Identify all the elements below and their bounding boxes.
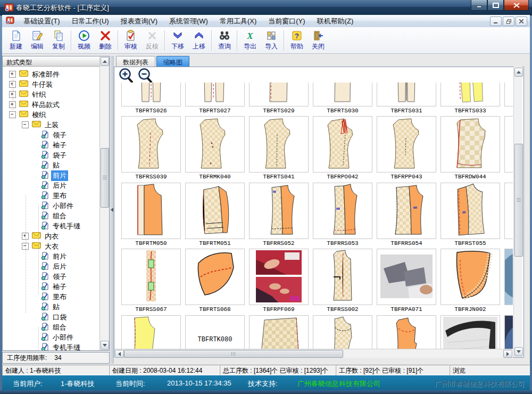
tree-item[interactable]: 牛仔装 [3, 79, 101, 89]
minimize-button[interactable] [471, 0, 487, 11]
thumbnail-cell[interactable]: TBFRPF069 [249, 249, 309, 314]
tree-item[interactable]: 里布 [3, 191, 101, 201]
panel-splitter[interactable] [110, 56, 114, 364]
下移-button[interactable]: 下移 [167, 29, 188, 52]
maximize-button[interactable] [487, 0, 504, 11]
menu-item[interactable]: 日常工作(U) [66, 15, 115, 28]
collapse-arrow-icon[interactable] [111, 208, 113, 212]
thumbnail-cell[interactable]: TBFRSS039 [121, 116, 181, 181]
thumbnail-cell[interactable] [440, 315, 500, 349]
thumbnail-cell[interactable] [504, 183, 513, 248]
新建-button[interactable]: 新建 [5, 29, 27, 52]
menu-item[interactable]: 系统管理(W) [163, 15, 214, 28]
tree-item[interactable]: 组合 [3, 211, 101, 221]
thumbnail-cell[interactable]: TBFRTM050 [121, 183, 181, 248]
menu-item[interactable]: 报表查询(V) [115, 15, 163, 28]
thumbnail-cell[interactable]: TBFRTS030 [313, 83, 372, 115]
thumbnail-cell[interactable] [313, 315, 372, 349]
tab-thumbnail-view[interactable]: 缩略图 [156, 56, 189, 67]
thumbnail-cell[interactable]: TBFRTK080 [185, 315, 245, 349]
删除-button[interactable]: 删除 [95, 29, 116, 52]
tree-scrollbar[interactable] [99, 56, 109, 350]
反核-button[interactable]: 反核 [142, 29, 163, 52]
thumbnail-cell[interactable]: TBFRTS033 [440, 83, 500, 115]
thumbnail-cell[interactable]: TBFRTS029 [249, 83, 309, 115]
mdi-restore-button[interactable] [503, 17, 514, 26]
tree-item[interactable]: 领子 [3, 130, 101, 140]
mdi-minimize-button[interactable] [490, 17, 502, 26]
tree-item[interactable]: 梭织 [3, 110, 101, 120]
导出-button[interactable]: X导出 [239, 29, 261, 52]
导入-button[interactable]: 导入 [261, 29, 282, 52]
thumbnail-cell[interactable] [504, 116, 513, 181]
tree-item[interactable]: 袋子 [3, 150, 101, 160]
tree-item[interactable]: 针织 [3, 89, 101, 100]
thumbnail-cell[interactable] [504, 315, 513, 349]
tree-item[interactable]: 袖子 [3, 282, 101, 292]
thumbnail-cell[interactable]: TBFRST055 [440, 183, 500, 248]
thumbnail-cell[interactable] [504, 249, 513, 314]
帮助-button[interactable]: ?帮助 [286, 29, 307, 52]
v-scroll-thumb[interactable] [514, 144, 523, 257]
tree-item[interactable]: 组合 [3, 322, 101, 332]
thumbnail-cell[interactable] [377, 315, 436, 349]
tree-item[interactable]: 上装 [3, 120, 101, 130]
menu-item[interactable]: 基础设置(T) [18, 15, 66, 28]
thumbnail-cell[interactable]: TBFRSS002 [313, 249, 372, 314]
thumbnail-cell[interactable]: TBFRRS053 [313, 183, 372, 248]
thumbnail-cell[interactable] [504, 83, 513, 115]
tree-scroll-down-icon[interactable] [101, 341, 109, 350]
thumbnail-cell[interactable]: TBFRSS067 [121, 249, 181, 314]
查询-button[interactable]: 查询 [214, 29, 235, 52]
mdi-close-button[interactable] [516, 17, 527, 26]
thumbnail-cell[interactable]: TBFRDW044 [440, 116, 500, 181]
h-scroll-thumb[interactable] [124, 350, 343, 358]
scroll-up-icon[interactable] [514, 68, 523, 77]
tree-item[interactable]: 大衣 [3, 241, 101, 251]
tree-item[interactable]: 后片 [3, 261, 101, 272]
上移-button[interactable]: 上移 [188, 29, 210, 52]
编辑-button[interactable]: 编辑 [27, 29, 48, 52]
thumbnail-cell[interactable]: TBFRTS031 [377, 83, 436, 115]
grid-v-scrollbar[interactable] [513, 67, 522, 357]
tab-data-list[interactable]: 数据列表 [116, 56, 155, 67]
scroll-left-icon[interactable] [115, 350, 124, 358]
thumbnail-cell[interactable]: TBFRJN002 [440, 249, 500, 314]
视频-button[interactable]: 视频 [73, 29, 95, 52]
thumbnail-cell[interactable]: TBFRTS026 [121, 83, 181, 115]
thumbnail-cell[interactable]: TBFRTS068 [185, 249, 245, 314]
tree-item[interactable]: 后片 [3, 180, 101, 191]
scroll-right-icon[interactable] [503, 350, 512, 358]
关闭-button[interactable]: 关闭 [307, 29, 329, 52]
thumbnail-cell[interactable]: TBFRMK040 [185, 116, 245, 181]
menu-item[interactable]: 联机帮助(Z) [311, 15, 360, 28]
tree-item[interactable]: 标准部件 [3, 69, 101, 79]
close-button[interactable] [504, 0, 529, 11]
menu-item[interactable]: 当前窗口(Y) [262, 15, 311, 28]
thumbnail-cell[interactable]: TBFRTS027 [185, 83, 245, 115]
thumbnail-cell[interactable]: TBFRPO042 [313, 116, 372, 181]
tree-item[interactable]: 样品款式 [3, 100, 101, 110]
thumbnail-cell[interactable] [249, 315, 309, 349]
tree-scroll-thumb[interactable] [101, 148, 109, 208]
thumbnail-cell[interactable]: TBFRTS041 [249, 116, 309, 181]
tree-item[interactable]: 前片 [3, 251, 101, 261]
thumbnail-cell[interactable]: TBFRPP043 [377, 116, 436, 181]
复制-button[interactable]: 复制 [48, 29, 69, 52]
tree-item[interactable]: 领子 [3, 272, 101, 282]
tree-item[interactable]: 小部件 [3, 332, 101, 342]
thumbnail-cell[interactable]: TBFRPA071 [377, 249, 436, 314]
thumbnail-cell[interactable]: TBFRRS054 [377, 183, 436, 248]
thumbnail-cell[interactable]: TBFRRS052 [249, 183, 309, 248]
collapse-box-icon[interactable] [9, 111, 16, 118]
审核-button[interactable]: 审核 [120, 29, 142, 52]
tree-item[interactable]: 口袋 [3, 312, 101, 322]
tree-item[interactable]: 前片 [3, 170, 101, 180]
scroll-down-icon[interactable] [514, 347, 523, 356]
menu-item[interactable]: 常用工具(X) [214, 15, 262, 28]
thumbnail-cell[interactable]: TBFRTM051 [185, 183, 245, 248]
tree-scroll-up-icon[interactable] [101, 57, 109, 66]
tree-item[interactable]: 贴 [3, 160, 101, 170]
mdi-system-icon[interactable] [2, 16, 18, 26]
tree-item[interactable]: 里布 [3, 292, 101, 302]
